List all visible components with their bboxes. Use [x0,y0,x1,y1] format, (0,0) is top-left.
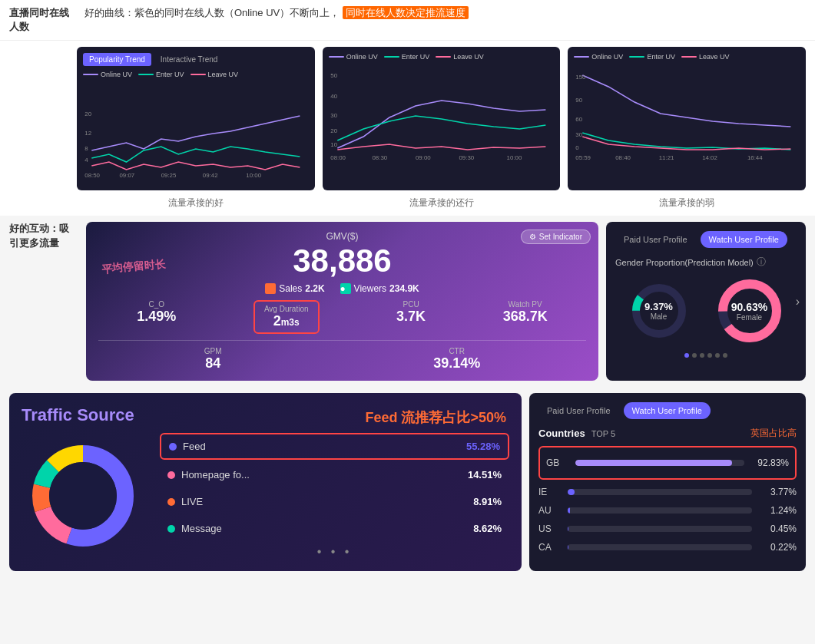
svg-text:30: 30 [330,113,337,119]
traffic-source-panel: Traffic Source Feed 流推荐占比>50% [9,393,522,571]
stat-ctr-value: 39.14% [433,355,480,372]
settings-icon: ⚙ [529,233,536,241]
countries-header: Countries TOP 5 英国占比高 [538,427,797,440]
middle-section: 好的互动：吸引更多流量 ⚙ Set Indicator GMV($) 38,88… [0,216,815,387]
dot-4[interactable] [707,353,712,358]
donut-chart-container [22,433,144,559]
svg-text:10:00: 10:00 [246,173,261,179]
highlight-text: 同时在线人数决定推流速度 [343,6,469,19]
tab-interactive-trend[interactable]: Interactive Trend [154,53,224,66]
dot-6[interactable] [723,353,727,358]
chart2-legend: Online UV Enter UV Leave UV [329,53,555,61]
viewers-metric: ● Viewers 234.9K [340,283,419,294]
svg-text:0: 0 [576,145,579,151]
traffic-item-live: LIVE 8.91% [160,490,509,514]
stat-gpm: GPM 84 [204,347,222,372]
country-row-au: AU 1.24% [538,501,797,520]
middle-label: 好的互动：吸引更多流量 [9,222,78,381]
profile-tabs[interactable]: Paid User Profile Watch User Profile [615,231,797,248]
chart-label-2: 流量承接的还行 [323,197,561,210]
traffic-list: Feed 55.28% Homepage fo... 14.51% LIVE 8… [160,433,509,559]
country-row-ca: CA 0.22% [538,538,797,556]
stat-watchpv-value: 368.7K [503,309,548,325]
gb-bar-container [575,460,744,466]
ca-bar-container [568,544,752,550]
chart1-svg: 08:50 09:07 09:25 09:42 10:00 20 12 8 4 [83,81,309,181]
gmv-metrics: Sales 2.2K ● Viewers 234.9K [98,283,586,294]
set-indicator-button[interactable]: ⚙ Set Indicator [521,230,591,244]
country-row-ie: IE 3.77% [538,483,797,501]
country-row-us: US 0.45% [538,520,797,538]
stat-ctr: CTR 39.14% [433,347,480,372]
stat-pcu-value: 3.7K [396,309,426,325]
tab-paid-user[interactable]: Paid User Profile [615,231,696,248]
bottom-section: Traffic Source Feed 流推荐占比>50% [0,387,815,577]
traffic-more-indicator[interactable]: • • • [160,545,509,559]
svg-text:10:00: 10:00 [506,155,522,161]
svg-text:09:00: 09:00 [416,155,431,161]
svg-text:60: 60 [576,117,583,123]
traffic-item-homepage: Homepage fo... 14.51% [160,463,509,487]
chart-label-1: 流量承接的好 [77,197,315,210]
message-dot [167,525,175,533]
svg-text:08:00: 08:00 [330,155,346,161]
stat-co-value: 1.49% [137,309,176,325]
gmv-panel: ⚙ Set Indicator GMV($) 38,886 平均停留时长 Sal… [86,222,598,381]
svg-text:16:44: 16:44 [747,155,763,161]
top-annotation-bar: 直播同时在线人数 好的曲线：紫色的同时在线人数（Online UV）不断向上， … [0,0,815,41]
svg-text:20: 20 [330,128,337,134]
svg-text:08:40: 08:40 [616,155,631,161]
stat-co: C_O 1.49% [137,300,176,334]
chart3-svg: 05:59 08:40 11:21 14:02 16:44 150 90 60 … [574,64,800,163]
country-gb-highlighted: GB 92.83% [538,446,797,480]
next-arrow-icon[interactable]: › [796,295,800,309]
dot-3[interactable] [700,353,704,358]
viewers-icon: ● [340,283,351,294]
stat-avg-value: 2m3s [264,313,309,329]
chart-tabs[interactable]: Popularity Trend Interactive Trend [83,53,309,66]
ie-bar [568,489,575,495]
svg-text:40: 40 [330,94,337,100]
gmv-value: 38,886 [98,245,586,277]
svg-text:8: 8 [84,146,88,152]
countries-panel: Paid User Profile Watch User Profile Cou… [529,393,806,571]
us-bar-container [568,526,752,532]
sales-metric: Sales 2.2K [265,283,324,294]
ca-bar [568,544,568,550]
gender-charts: 9.37% Male 90.63% Female [615,276,797,345]
dot-2[interactable] [692,353,697,358]
chart-right: Online UV Enter UV Leave UV 05:59 08:40 … [568,47,806,190]
dot-5[interactable] [715,353,720,358]
svg-text:4: 4 [84,157,88,163]
countries-tabs[interactable]: Paid User Profile Watch User Profile [538,402,797,419]
svg-text:09:07: 09:07 [119,173,134,179]
traffic-item-feed: Feed 55.28% [160,433,509,460]
charts-row: Popularity Trend Interactive Trend Onlin… [0,41,815,193]
chart2-svg: 08:00 08:30 09:00 09:30 10:00 50 40 30 2… [329,64,555,163]
ie-bar-container [568,489,752,495]
traffic-highlight: Feed 流推荐占比>50% [365,408,506,427]
tab-countries-paid[interactable]: Paid User Profile [538,402,619,419]
top-description: 好的曲线：紫色的同时在线人数（Online UV）不断向上， 同时在线人数决定推… [78,6,806,20]
svg-text:90: 90 [576,97,583,104]
tab-watch-user[interactable]: Watch User Profile [701,231,787,248]
svg-text:11:21: 11:21 [659,155,674,161]
sales-icon [265,283,276,294]
chart-labels-row: 流量承接的好 流量承接的还行 流量承接的弱 [0,193,815,216]
svg-text:09:30: 09:30 [459,155,474,161]
stat-pcu: PCU 3.7K [396,300,426,334]
male-circle: 9.37% Male [628,280,690,342]
tab-countries-watch[interactable]: Watch User Profile [624,402,711,419]
tab-popularity-trend[interactable]: Popularity Trend [83,53,151,66]
svg-text:30: 30 [576,132,583,138]
traffic-content: Feed 55.28% Homepage fo... 14.51% LIVE 8… [22,433,509,559]
svg-point-38 [49,462,117,530]
au-bar-container [568,507,752,514]
au-bar [568,507,570,514]
chart3-legend: Online UV Enter UV Leave UV [574,53,800,61]
female-circle: 90.63% Female [715,276,784,345]
dot-1[interactable] [684,353,689,358]
svg-text:10: 10 [330,142,337,148]
chart-label-3: 流量承接的弱 [568,197,806,210]
chart-middle: Online UV Enter UV Leave UV 08:00 08:30 … [323,47,561,190]
